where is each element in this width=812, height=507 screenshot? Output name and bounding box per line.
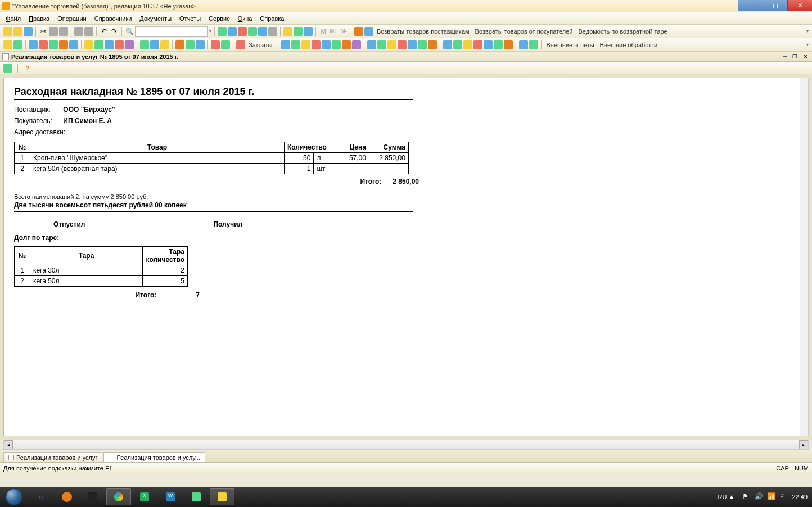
wrench-icon[interactable] <box>354 27 363 36</box>
tray-arrow-icon[interactable]: ▴ <box>730 492 739 501</box>
ext-reports-link[interactable]: Внешние отчеты <box>547 42 594 48</box>
t2-icon-7[interactable] <box>69 40 78 49</box>
redo-icon[interactable]: ↷ <box>110 27 119 36</box>
t2-icon-25[interactable] <box>322 40 331 49</box>
tool-icon-6[interactable] <box>283 27 292 36</box>
taskbar-excel-icon[interactable]: X <box>132 488 157 505</box>
doc-action-icon[interactable] <box>3 64 12 73</box>
menu-docs[interactable]: Документы <box>139 15 172 22</box>
t2-icon-3[interactable] <box>29 40 38 49</box>
paste-icon[interactable] <box>59 27 68 36</box>
t2-icon-10[interactable] <box>105 40 114 49</box>
m-icon[interactable]: M <box>319 27 328 36</box>
t2-icon-17[interactable] <box>186 40 195 49</box>
returns-suppliers-link[interactable]: Возвраты товаров поставщикам <box>377 28 470 35</box>
tool-icon-1[interactable] <box>218 27 227 36</box>
t2-icon-26[interactable] <box>332 40 341 49</box>
horizontal-scrollbar[interactable]: ◂ ▸ <box>3 440 809 450</box>
tray-clock[interactable]: 22:49 <box>792 494 808 500</box>
minimize-button[interactable]: ─ <box>738 0 763 11</box>
tool-icon-4[interactable] <box>248 27 257 36</box>
t2-icon-44[interactable] <box>529 40 538 49</box>
zatraty-link[interactable]: Затраты <box>249 42 273 48</box>
t2-icon-23[interactable] <box>301 40 310 49</box>
scroll-left-icon[interactable]: ◂ <box>4 440 13 449</box>
t2-icon-20[interactable] <box>221 40 230 49</box>
menu-file[interactable]: Файл <box>6 15 21 22</box>
save-icon[interactable] <box>24 27 33 36</box>
tool-icon-5[interactable] <box>258 27 267 36</box>
doc-minimize-icon[interactable]: ─ <box>781 53 789 60</box>
taskbar-chrome-icon[interactable] <box>106 488 131 505</box>
tab-current-realization[interactable]: Реализация товаров и услу... <box>103 452 205 462</box>
t2-icon-9[interactable] <box>94 40 103 49</box>
t2-icon-24[interactable] <box>312 40 321 49</box>
tool-icon-3[interactable] <box>238 27 247 36</box>
taskbar-word-icon[interactable]: W <box>158 488 183 505</box>
doc-restore-icon[interactable]: ❐ <box>790 53 800 60</box>
t2-icon-2[interactable] <box>13 40 22 49</box>
zatraty-icon[interactable] <box>236 40 245 49</box>
tray-volume-icon[interactable]: 🔊 <box>755 492 764 501</box>
t2-icon-5[interactable] <box>49 40 58 49</box>
menu-service[interactable]: Сервис <box>209 15 230 22</box>
search-dropdown-icon[interactable]: ▾ <box>209 29 211 34</box>
menu-operations[interactable]: Операции <box>57 15 86 22</box>
vertical-scrollbar[interactable] <box>800 78 809 436</box>
maximize-button[interactable]: ◻ <box>763 0 787 11</box>
t2-icon-22[interactable] <box>291 40 300 49</box>
t2-icon-31[interactable] <box>387 40 396 49</box>
t2-icon-16[interactable] <box>175 40 184 49</box>
t2-icon-19[interactable] <box>211 40 220 49</box>
tool-icon-2[interactable] <box>228 27 237 36</box>
t2-icon-40[interactable] <box>484 40 493 49</box>
t2-icon-15[interactable] <box>160 40 169 49</box>
open-icon[interactable] <box>13 27 22 36</box>
returns-buyers-link[interactable]: Возвраты товаров от покупателей <box>475 28 573 35</box>
taskbar-1c-icon[interactable] <box>210 488 234 505</box>
calc-icon[interactable] <box>268 27 277 36</box>
preview-icon[interactable] <box>84 27 93 36</box>
t2-icon-1[interactable] <box>3 40 12 49</box>
vedomost-link[interactable]: Ведомость по возвратной таре <box>579 28 667 35</box>
taskbar-ie-icon[interactable]: e <box>29 488 53 505</box>
t2-icon-34[interactable] <box>418 40 427 49</box>
copy-icon[interactable] <box>49 27 58 36</box>
taskbar-firefox-icon[interactable] <box>55 488 79 505</box>
t2-icon-39[interactable] <box>473 40 482 49</box>
menu-refs[interactable]: Справочники <box>94 15 132 22</box>
t2-icon-38[interactable] <box>463 40 472 49</box>
t2-icon-18[interactable] <box>196 40 205 49</box>
start-button[interactable] <box>0 487 28 507</box>
tool-icon-7[interactable] <box>294 27 303 36</box>
tray-action-center-icon[interactable]: ⚑ <box>742 492 751 501</box>
m-plus-icon[interactable]: M+ <box>329 27 338 36</box>
t2-icon-42[interactable] <box>504 40 513 49</box>
t2-icon-13[interactable] <box>140 40 149 49</box>
t2-icon-37[interactable] <box>453 40 462 49</box>
doc-close-icon[interactable]: ✕ <box>801 53 810 60</box>
tray-network-icon[interactable]: 📶 <box>767 492 776 501</box>
help-icon[interactable]: ? <box>23 64 32 73</box>
t2-icon-12[interactable] <box>125 40 134 49</box>
tab-realizations-list[interactable]: Реализации товаров и услуг <box>3 452 102 462</box>
t2-icon-27[interactable] <box>342 40 351 49</box>
t2-icon-35[interactable] <box>428 40 437 49</box>
menu-help[interactable]: Справка <box>260 15 284 22</box>
tray-lang[interactable]: RU <box>718 494 727 500</box>
new-icon[interactable] <box>3 27 12 36</box>
print-icon[interactable] <box>74 27 83 36</box>
t2-icon-29[interactable] <box>367 40 376 49</box>
tray-flag-icon[interactable]: ⚐ <box>779 492 788 501</box>
undo-icon[interactable]: ↶ <box>100 27 109 36</box>
menu-edit[interactable]: Правка <box>29 15 49 22</box>
menu-windows[interactable]: Окна <box>238 15 252 22</box>
close-button[interactable]: ✕ <box>787 0 812 11</box>
t2-icon-14[interactable] <box>150 40 159 49</box>
m-minus-icon[interactable]: M- <box>339 27 348 36</box>
report-icon[interactable] <box>364 27 373 36</box>
toolbar-overflow-icon[interactable]: ▾ <box>806 29 809 34</box>
scroll-right-icon[interactable]: ▸ <box>799 440 808 449</box>
cut-icon[interactable]: ✂ <box>39 27 48 36</box>
t2-icon-28[interactable] <box>352 40 361 49</box>
